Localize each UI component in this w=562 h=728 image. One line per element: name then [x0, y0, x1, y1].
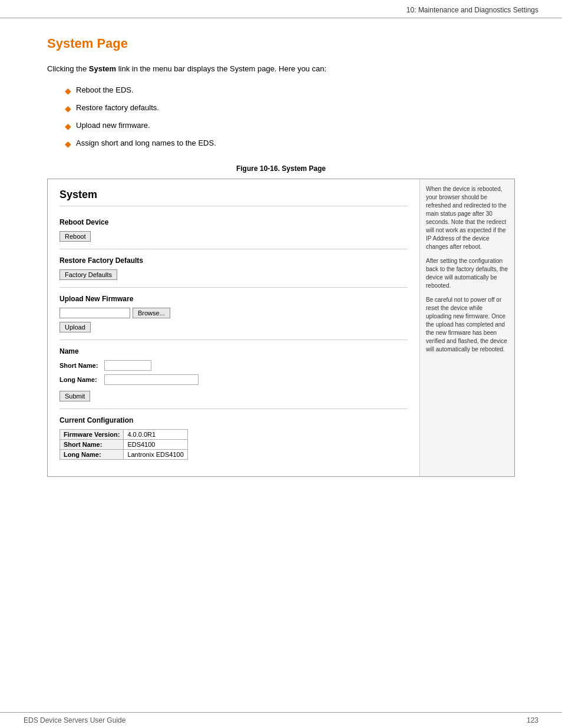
config-table: Firmware Version: 4.0.0.0R1 Short Name: … [59, 429, 188, 460]
page-title: System Page [47, 36, 515, 51]
config-label-firmware: Firmware Version: [60, 429, 124, 439]
page-footer: EDS Device Servers User Guide 123 [0, 712, 562, 728]
system-panel-title: System [59, 189, 408, 206]
page-header: 10: Maintenance and Diagnostics Settings [0, 0, 562, 18]
list-item: ◆ Upload new firmware. [65, 120, 515, 133]
table-row: Long Name: Lantronix EDS4100 [60, 449, 188, 459]
upload-row: Browse... [59, 308, 408, 318]
intro-text-before: Clicking the [47, 64, 89, 73]
table-row: Firmware Version: 4.0.0.0R1 [60, 429, 188, 439]
list-item-text-2: Restore factory defaults. [76, 102, 159, 114]
bullet-icon-3: ◆ [65, 120, 71, 133]
bullet-list: ◆ Reboot the EDS. ◆ Restore factory defa… [65, 84, 515, 150]
long-name-input[interactable] [104, 374, 199, 385]
config-label-short: Short Name: [60, 439, 124, 449]
figure-caption: Figure 10-16. System Page [47, 164, 515, 173]
long-name-label: Long Name: [59, 376, 101, 383]
config-value-long: Lantronix EDS4100 [124, 449, 187, 459]
bullet-icon-2: ◆ [65, 103, 71, 115]
table-row: Short Name: EDS4100 [60, 439, 188, 449]
list-item-text-3: Upload new firmware. [76, 120, 150, 131]
reboot-section: Reboot Device Reboot [59, 211, 408, 249]
name-section-title: Name [59, 347, 408, 355]
config-section: Current Configuration Firmware Version: … [59, 409, 408, 467]
browse-button[interactable]: Browse... [133, 308, 170, 318]
long-name-row: Long Name: [59, 374, 408, 385]
short-name-input[interactable] [104, 360, 151, 371]
reboot-button[interactable]: Reboot [59, 231, 91, 242]
list-item: ◆ Restore factory defaults. [65, 102, 515, 115]
footer-right: 123 [527, 716, 538, 724]
system-page-figure: System Reboot Device Reboot Restore Fact… [47, 179, 515, 477]
submit-button[interactable]: Submit [59, 391, 90, 401]
intro-text-after: link in the menu bar displays the System… [116, 64, 326, 73]
upload-section: Upload New Firmware Browse... Upload [59, 288, 408, 340]
list-item-text-1: Reboot the EDS. [76, 84, 134, 96]
header-text: 10: Maintenance and Diagnostics Settings [406, 6, 538, 14]
config-value-short: EDS4100 [124, 439, 187, 449]
side-note-3: Be careful not to power off or reset the… [426, 296, 508, 354]
intro-bold: System [89, 64, 116, 73]
short-name-row: Short Name: [59, 360, 408, 371]
main-content: System Page Clicking the System link in … [0, 18, 562, 536]
list-item: ◆ Reboot the EDS. [65, 84, 515, 97]
config-section-title: Current Configuration [59, 416, 408, 424]
footer-left: EDS Device Servers User Guide [24, 716, 125, 724]
list-item-text-4: Assign short and long names to the EDS. [76, 137, 216, 149]
reboot-section-title: Reboot Device [59, 218, 408, 226]
config-label-long: Long Name: [60, 449, 124, 459]
upload-button[interactable]: Upload [59, 322, 91, 332]
side-note-2: After setting the configuration back to … [426, 257, 508, 290]
intro-paragraph: Clicking the System link in the menu bar… [47, 63, 515, 75]
system-panel: System Reboot Device Reboot Restore Fact… [48, 179, 420, 476]
list-item: ◆ Assign short and long names to the EDS… [65, 137, 515, 150]
factory-defaults-button[interactable]: Factory Defaults [59, 269, 117, 280]
short-name-label: Short Name: [59, 362, 101, 369]
name-section: Name Short Name: Long Name: Submit [59, 340, 408, 409]
restore-section: Restore Factory Defaults Factory Default… [59, 249, 408, 288]
config-value-firmware: 4.0.0.0R1 [124, 429, 187, 439]
side-note-panel: When the device is rebooted, your browse… [420, 179, 514, 476]
upload-section-title: Upload New Firmware [59, 295, 408, 303]
bullet-icon-4: ◆ [65, 138, 71, 150]
side-note-1: When the device is rebooted, your browse… [426, 185, 508, 251]
bullet-icon-1: ◆ [65, 85, 71, 97]
firmware-file-input[interactable] [59, 308, 130, 318]
restore-section-title: Restore Factory Defaults [59, 256, 408, 265]
